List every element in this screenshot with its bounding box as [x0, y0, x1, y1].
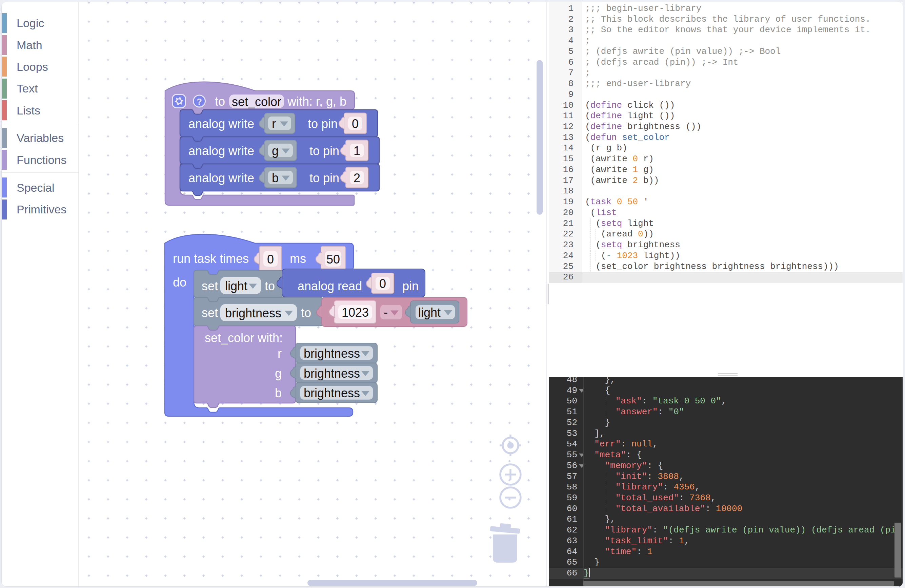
svg-text:-: - [384, 305, 388, 319]
svg-text:set: set [202, 279, 218, 293]
svg-text:g: g [272, 144, 279, 158]
svg-text:analog read: analog read [298, 279, 362, 293]
svg-text:50: 50 [326, 252, 340, 266]
svg-text:r: r [278, 347, 282, 360]
svg-text:set_color: set_color [205, 331, 254, 345]
svg-text:with: r, g, b: with: r, g, b [287, 95, 346, 108]
svg-text:light: light [225, 279, 248, 293]
svg-text:?: ? [197, 97, 202, 107]
svg-text:run task times: run task times [173, 252, 249, 266]
svg-text:1023: 1023 [342, 306, 369, 319]
svg-text:brightness: brightness [304, 347, 360, 360]
svg-text:set_color: set_color [232, 95, 281, 109]
svg-text:set: set [202, 306, 218, 320]
svg-text:to pin: to pin [310, 171, 339, 185]
svg-text:light: light [418, 306, 441, 319]
svg-text:to pin: to pin [310, 144, 339, 158]
svg-text:analog write: analog write [189, 144, 254, 158]
svg-text:with:: with: [257, 331, 283, 345]
svg-text:to: to [265, 279, 275, 293]
svg-text:brightness: brightness [304, 386, 360, 400]
svg-text:2: 2 [354, 171, 360, 185]
svg-text:g: g [275, 366, 282, 380]
svg-text:to: to [215, 95, 225, 108]
svg-text:to pin: to pin [308, 117, 338, 131]
svg-text:1: 1 [354, 144, 360, 158]
svg-text:0: 0 [267, 252, 274, 266]
svg-text:analog write: analog write [189, 171, 254, 185]
svg-text:do: do [173, 275, 186, 289]
svg-text:0: 0 [352, 117, 359, 131]
svg-text:b: b [272, 171, 279, 185]
svg-text:brightness: brightness [304, 366, 360, 380]
svg-text:pin: pin [402, 279, 419, 293]
svg-text:ms: ms [290, 252, 306, 266]
svg-text:0: 0 [379, 277, 386, 291]
svg-text:r: r [272, 117, 276, 131]
svg-text:analog write: analog write [189, 117, 254, 131]
svg-text:to: to [301, 306, 311, 320]
svg-text:b: b [275, 386, 282, 400]
svg-text:brightness: brightness [225, 306, 281, 320]
